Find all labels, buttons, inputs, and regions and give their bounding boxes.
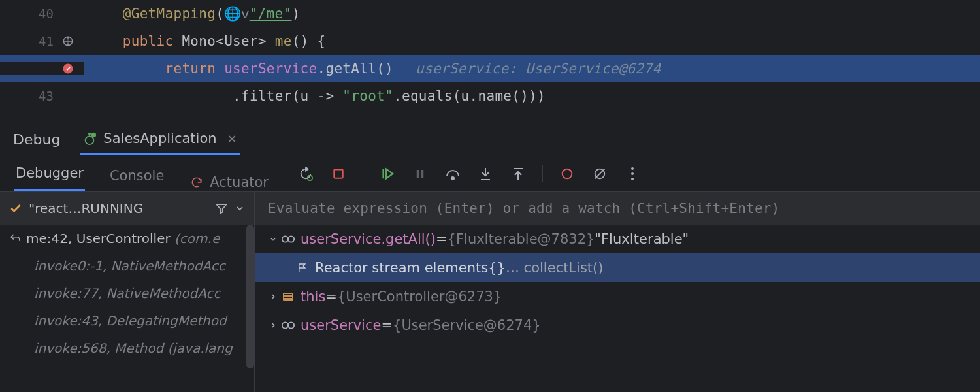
field-icon [281, 291, 295, 302]
frames-panel[interactable]: "react…RUNNING me:42, UserController (co… [0, 192, 255, 392]
scrollbar[interactable] [246, 225, 254, 368]
debug-toolwindow-header: Debug SalesApplication ✕ [0, 122, 980, 155]
globe-icon[interactable] [61, 35, 74, 48]
code-line[interactable]: 40 @GetMapping(🌐ⅴ"/me") [0, 0, 980, 27]
stack-frame[interactable]: invoke:77, NativeMethodAcc [0, 280, 254, 307]
watch-icon [281, 235, 295, 244]
stack-frame[interactable]: me:42, UserController (com.e [0, 225, 254, 252]
svg-rect-17 [284, 294, 292, 295]
svg-point-12 [631, 172, 634, 175]
svg-rect-18 [284, 297, 292, 298]
stop-icon[interactable] [330, 165, 347, 182]
svg-point-15 [288, 236, 294, 242]
variable-row[interactable]: this = {UserController@6273} [255, 282, 980, 311]
run-config-tab[interactable]: SalesApplication ✕ [80, 131, 239, 155]
stack-frame[interactable]: invoke:568, Method (java.lang [0, 335, 254, 362]
drop-frame-icon[interactable] [9, 233, 21, 244]
code-editor[interactable]: 40 @GetMapping(🌐ⅴ"/me") 41 public Mono<U… [0, 0, 980, 122]
svg-point-13 [631, 178, 634, 180]
code-content: .filter(u -> "root".equals(u.name())) [84, 88, 980, 104]
tab-debugger[interactable]: Debugger [14, 165, 85, 191]
breakpoint-icon[interactable] [61, 62, 74, 75]
line-number: 40 [37, 7, 54, 21]
more-icon[interactable] [624, 165, 641, 182]
variable-row[interactable]: userService.getAll() = {FluxIterable@783… [255, 225, 980, 253]
code-content: @GetMapping(🌐ⅴ"/me") [84, 6, 980, 22]
chevron-right-icon[interactable] [267, 321, 280, 330]
stack-frame[interactable]: invoke:43, DelegatingMethod [0, 307, 254, 335]
watch-icon [281, 321, 295, 330]
thread-label: "react…RUNNING [29, 201, 208, 216]
mute-breakpoints-icon[interactable] [591, 165, 608, 182]
line-number: 41 [37, 34, 54, 48]
debug-toolbar: Debugger Console Actuator [0, 155, 980, 192]
step-into-icon[interactable] [477, 165, 494, 182]
check-icon [9, 202, 22, 215]
rerun-icon[interactable] [297, 165, 314, 182]
code-line-current[interactable]: return userService.getAll()userService: … [0, 55, 980, 82]
svg-point-20 [288, 322, 294, 328]
chevron-down-icon[interactable] [235, 203, 245, 214]
variable-row[interactable]: userService = {UserService@6274} [255, 311, 980, 340]
code-line[interactable]: 41 public Mono<User> me() { [0, 27, 980, 55]
resume-icon[interactable] [379, 165, 396, 182]
step-over-icon[interactable] [444, 165, 461, 182]
chevron-right-icon[interactable] [267, 292, 280, 301]
svg-rect-7 [421, 170, 424, 178]
code-content: return userService.getAll()userService: … [84, 61, 980, 76]
step-out-icon[interactable] [510, 165, 527, 182]
view-breakpoints-icon[interactable] [559, 165, 576, 182]
chevron-down-icon[interactable] [267, 235, 280, 244]
close-icon[interactable]: ✕ [227, 132, 237, 146]
svg-point-9 [563, 169, 572, 178]
line-number: 43 [37, 89, 54, 103]
stack-frame[interactable]: invoke0:-1, NativeMethodAcc [0, 252, 254, 280]
thread-selector[interactable]: "react…RUNNING [0, 192, 254, 225]
svg-rect-5 [334, 169, 342, 178]
run-config-label: SalesApplication [103, 131, 216, 146]
evaluate-expression-input[interactable]: Evaluate expression (Enter) or add a wat… [255, 192, 980, 225]
tab-console[interactable]: Console [108, 168, 165, 191]
run-config-icon [82, 131, 97, 146]
code-content: public Mono<User> me() { [84, 33, 980, 49]
gutter-icon-placeholder [61, 7, 74, 20]
svg-point-2 [86, 136, 94, 144]
variables-panel[interactable]: Evaluate expression (Enter) or add a wat… [255, 192, 980, 392]
variable-row-selected[interactable]: Reactor stream elements {} … collectList… [255, 253, 980, 282]
pause-icon[interactable] [412, 165, 429, 182]
debug-title: Debug [13, 131, 60, 155]
svg-rect-6 [417, 170, 419, 178]
flag-icon [295, 262, 310, 274]
tab-actuator[interactable]: Actuator [189, 174, 270, 191]
svg-point-3 [91, 133, 96, 137]
svg-point-14 [282, 236, 288, 242]
code-line[interactable]: 43 .filter(u -> "root".equals(u.name())) [0, 82, 980, 110]
filter-icon[interactable] [215, 202, 228, 215]
svg-point-11 [631, 167, 634, 170]
svg-point-19 [282, 322, 288, 328]
svg-point-8 [451, 177, 454, 180]
